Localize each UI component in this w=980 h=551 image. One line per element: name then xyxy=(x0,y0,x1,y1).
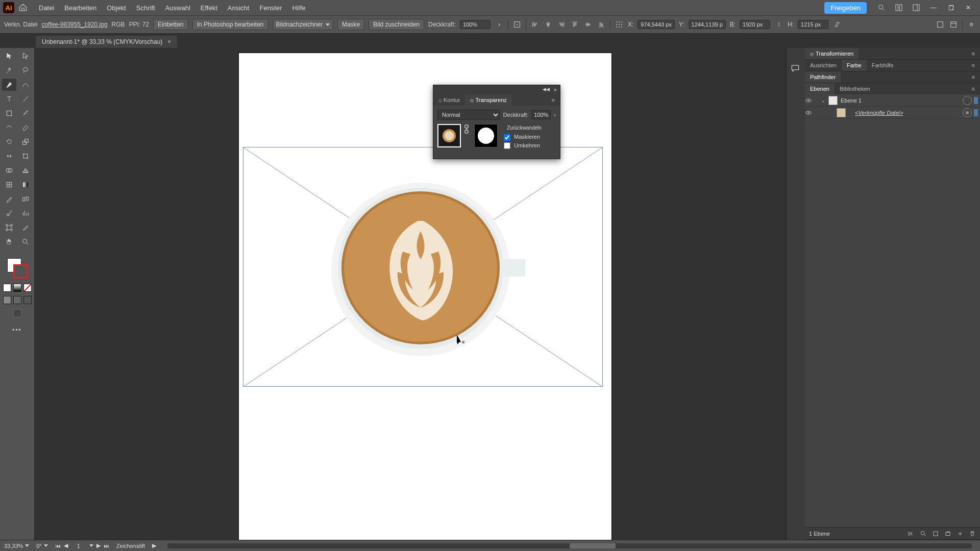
chevron-down-icon[interactable] xyxy=(25,544,29,547)
artboard-number[interactable]: 1 xyxy=(71,543,86,549)
status-play-icon[interactable]: ▶ xyxy=(152,542,156,549)
y-input[interactable]: 1244,1139 p xyxy=(689,20,726,29)
draw-normal-icon[interactable] xyxy=(3,296,11,304)
shear-icon[interactable] xyxy=(832,20,842,29)
fill-stroke-swatches[interactable] xyxy=(6,257,29,280)
pen-tool[interactable] xyxy=(2,79,16,91)
window-close-icon[interactable]: ✕ xyxy=(963,2,974,13)
panel-icon-2[interactable] xyxy=(949,20,958,29)
reference-point-grid-icon[interactable] xyxy=(615,20,624,29)
panel-menu-icon[interactable]: ≡ xyxy=(967,60,980,71)
symbol-sprayer-tool[interactable] xyxy=(2,207,16,219)
color-mode-icon[interactable] xyxy=(3,284,11,292)
first-artboard-icon[interactable]: ⏮ xyxy=(55,543,61,549)
close-tab-icon[interactable]: × xyxy=(167,38,171,45)
mesh-tool[interactable] xyxy=(2,179,16,191)
opacity-more-icon[interactable]: › xyxy=(495,20,504,29)
search-icon[interactable] xyxy=(876,2,887,13)
window-minimize-icon[interactable]: — xyxy=(928,2,939,13)
free-transform-tool[interactable] xyxy=(18,150,33,162)
align-bottom-icon[interactable] xyxy=(597,20,606,29)
layer-row[interactable]: <Verknüpfte Datei> xyxy=(805,107,980,119)
shaper-tool[interactable] xyxy=(2,121,16,134)
draw-inside-icon[interactable] xyxy=(23,296,32,304)
delete-layer-icon[interactable] xyxy=(969,530,976,537)
clip-checkbox[interactable]: Maskieren xyxy=(504,134,556,141)
panel-menu-icon[interactable]: ≡ xyxy=(967,20,976,29)
scale-tool[interactable] xyxy=(18,136,33,148)
opacity-value[interactable]: 100% xyxy=(460,20,491,29)
toolbox-more-icon[interactable]: ••• xyxy=(12,327,22,334)
locate-object-icon[interactable] xyxy=(908,530,915,537)
menu-hilfe[interactable]: Hilfe xyxy=(287,4,311,12)
visibility-toggle-icon[interactable] xyxy=(805,109,818,116)
horizontal-scrollbar[interactable] xyxy=(167,543,972,548)
eyedropper-tool[interactable] xyxy=(2,193,16,205)
make-clipping-mask-icon[interactable] xyxy=(932,530,939,537)
zoom-value[interactable]: 33,33% xyxy=(4,543,23,549)
gradient-mode-icon[interactable] xyxy=(13,284,21,292)
align-left-icon[interactable] xyxy=(530,20,540,29)
opacity-input[interactable]: 100% xyxy=(531,110,551,119)
shape-builder-tool[interactable] xyxy=(2,164,16,177)
panel-icon-1[interactable] xyxy=(936,20,945,29)
new-sublayer-icon[interactable] xyxy=(944,530,951,537)
rotate-tool[interactable] xyxy=(2,136,16,148)
chevron-down-icon[interactable] xyxy=(44,544,48,547)
image-trace-dropdown[interactable]: Bildnachzeichner xyxy=(273,19,333,30)
blend-mode-select[interactable]: Normal xyxy=(437,110,500,120)
last-artboard-icon[interactable]: ⏭ xyxy=(104,543,109,549)
object-thumbnail[interactable] xyxy=(437,124,461,147)
layer-name[interactable]: Ebene 1 xyxy=(841,97,961,104)
tab-farbe[interactable]: Farbe xyxy=(842,60,867,71)
hand-tool[interactable] xyxy=(2,236,16,248)
layer-row[interactable]: ⌄ Ebene 1 xyxy=(805,94,980,107)
artboard-tool[interactable] xyxy=(2,221,16,234)
link-mask-icon[interactable] xyxy=(464,124,471,134)
align-hcenter-icon[interactable] xyxy=(544,20,553,29)
type-tool[interactable] xyxy=(2,93,16,105)
align-top-icon[interactable] xyxy=(570,20,579,29)
document-tab[interactable]: Unbenannt-1* @ 33,33 % (CMYK/Vorschau) × xyxy=(36,36,177,48)
menu-schrift[interactable]: Schrift xyxy=(131,4,160,12)
prev-artboard-icon[interactable]: ◀ xyxy=(64,542,68,549)
panel-close-icon[interactable]: × xyxy=(554,87,557,93)
magic-wand-tool[interactable] xyxy=(2,64,16,77)
embed-button[interactable]: Einbetten xyxy=(153,19,188,30)
line-tool[interactable] xyxy=(18,93,33,105)
edit-in-photoshop-button[interactable]: In Photoshop bearbeiten xyxy=(192,19,268,30)
blend-tool[interactable] xyxy=(18,193,33,205)
workspace-switcher-icon[interactable] xyxy=(911,2,922,13)
release-mask-button[interactable]: Zurückwandeln xyxy=(504,124,556,132)
x-input[interactable]: 974,5443 px xyxy=(638,20,675,29)
slice-tool[interactable] xyxy=(18,221,33,234)
next-artboard-icon[interactable]: ▶ xyxy=(96,542,101,549)
align-right-icon[interactable] xyxy=(557,20,566,29)
menu-objekt[interactable]: Objekt xyxy=(102,4,131,12)
placed-linked-image[interactable] xyxy=(243,147,603,387)
menu-datei[interactable]: Datei xyxy=(34,4,59,12)
tab-transparenz[interactable]: ◇Transparenz xyxy=(465,94,511,106)
lasso-tool[interactable] xyxy=(18,64,33,77)
align-vcenter-icon[interactable] xyxy=(583,20,593,29)
transform-reference-icon[interactable] xyxy=(512,20,522,29)
direct-selection-tool[interactable] xyxy=(18,50,33,62)
home-icon[interactable] xyxy=(17,2,29,13)
opacity-chevron-icon[interactable]: › xyxy=(554,112,556,118)
crop-image-button[interactable]: Bild zuschneiden xyxy=(369,19,424,30)
locate-layer-icon[interactable] xyxy=(920,530,927,537)
layer-name[interactable]: <Verknüpfte Datei> xyxy=(849,110,961,116)
screen-mode-icon[interactable] xyxy=(13,309,21,317)
link-wh-icon[interactable] xyxy=(774,20,783,29)
share-button[interactable]: Freigeben xyxy=(824,2,867,14)
panel-menu-icon[interactable]: ≡ xyxy=(547,94,560,106)
target-icon[interactable] xyxy=(963,96,972,105)
invert-checkbox[interactable]: Umkehren xyxy=(504,142,556,149)
mask-thumbnail[interactable] xyxy=(474,124,498,147)
target-icon[interactable] xyxy=(963,108,972,117)
stroke-swatch[interactable] xyxy=(13,264,28,279)
tab-ebenen[interactable]: Ebenen xyxy=(805,83,835,94)
eraser-tool[interactable] xyxy=(18,121,33,134)
expand-layer-icon[interactable]: ⌄ xyxy=(818,98,828,103)
panel-menu-icon[interactable]: ≡ xyxy=(967,83,980,94)
